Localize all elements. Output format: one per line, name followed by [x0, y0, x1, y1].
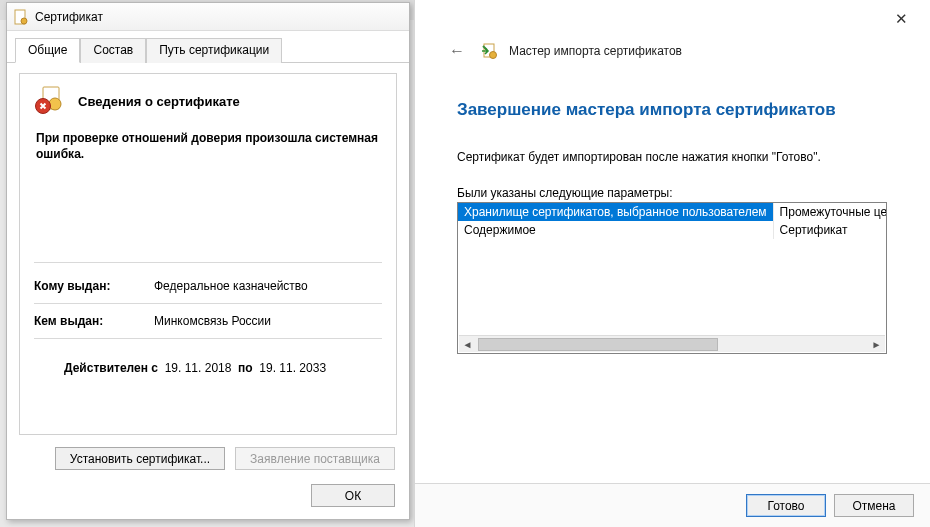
wizard-body: Завершение мастера импорта сертификатов … — [415, 70, 930, 354]
validity-sep: по — [238, 361, 253, 375]
svg-point-6 — [490, 52, 497, 59]
scroll-left-icon[interactable]: ◄ — [459, 337, 476, 352]
wizard-cert-icon — [481, 42, 499, 60]
wizard-header-title: Мастер импорта сертификатов — [509, 44, 682, 58]
issued-to-value: Федеральное казначейство — [154, 279, 308, 293]
svg-point-1 — [21, 18, 27, 24]
wizard-header: ← Мастер импорта сертификатов — [415, 0, 930, 70]
scrollbar-thumb[interactable] — [478, 338, 718, 351]
certificate-title-icon — [13, 9, 29, 25]
issued-by-label: Кем выдан: — [34, 314, 154, 328]
tab-details[interactable]: Состав — [80, 38, 146, 63]
issued-to-label: Кому выдан: — [34, 279, 154, 293]
certificate-title: Сертификат — [35, 10, 103, 24]
finish-button[interactable]: Готово — [746, 494, 826, 517]
table-row[interactable]: Хранилище сертификатов, выбранное пользо… — [458, 203, 887, 221]
divider — [34, 262, 382, 263]
install-certificate-button[interactable]: Установить сертификат... — [55, 447, 225, 470]
certificate-info-frame: Сведения о сертификате При проверке отно… — [19, 73, 397, 435]
issued-to-row: Кому выдан: Федеральное казначейство — [34, 273, 382, 299]
validity-label: Действителен с — [64, 361, 158, 375]
validity-row: Действителен с 19. 11. 2018 по 19. 11. 2… — [34, 343, 382, 375]
supplier-statement-button: Заявление поставщика — [235, 447, 395, 470]
tab-panel-general: Сведения о сертификате При проверке отно… — [7, 63, 409, 480]
wizard-params-table: Хранилище сертификатов, выбранное пользо… — [457, 202, 887, 354]
import-wizard-window: ✕ ← Мастер импорта сертификатов Завершен… — [414, 0, 930, 527]
issued-by-value: Минкомсвязь России — [154, 314, 271, 328]
wizard-footer: Готово Отмена — [415, 483, 930, 527]
divider — [34, 303, 382, 304]
wizard-params-label: Были указаны следующие параметры: — [457, 186, 888, 200]
tab-cert-path[interactable]: Путь сертификации — [146, 38, 282, 63]
tab-general[interactable]: Общие — [15, 38, 80, 63]
scroll-right-icon[interactable]: ► — [868, 337, 885, 352]
certificate-dialog: Сертификат Общие Состав Путь сертификаци… — [6, 2, 410, 520]
certificate-error-text: При проверке отношений доверия произошла… — [34, 124, 382, 162]
certificate-info-header: Сведения о сертификате — [78, 94, 240, 109]
param-key: Содержимое — [458, 221, 773, 239]
divider — [34, 338, 382, 339]
certificate-titlebar[interactable]: Сертификат — [7, 3, 409, 31]
issued-by-row: Кем выдан: Минкомсвязь России — [34, 308, 382, 334]
validity-to: 19. 11. 2033 — [259, 361, 326, 375]
certificate-tabs: Общие Состав Путь сертификации — [7, 31, 409, 63]
certificate-error-icon — [34, 84, 68, 118]
back-arrow-icon[interactable]: ← — [443, 40, 471, 62]
ok-button[interactable]: ОК — [311, 484, 395, 507]
horizontal-scrollbar[interactable]: ◄ ► — [459, 335, 885, 352]
close-button[interactable]: ✕ — [887, 6, 916, 32]
param-value: Сертификат — [773, 221, 887, 239]
wizard-description: Сертификат будет импортирован после нажа… — [457, 150, 888, 164]
cancel-button[interactable]: Отмена — [834, 494, 914, 517]
validity-from: 19. 11. 2018 — [165, 361, 232, 375]
table-row[interactable]: Содержимое Сертификат — [458, 221, 887, 239]
wizard-heading: Завершение мастера импорта сертификатов — [457, 100, 888, 120]
param-value: Промежуточные центры сер — [773, 203, 887, 221]
param-key: Хранилище сертификатов, выбранное пользо… — [458, 203, 773, 221]
svg-point-3 — [49, 98, 61, 110]
